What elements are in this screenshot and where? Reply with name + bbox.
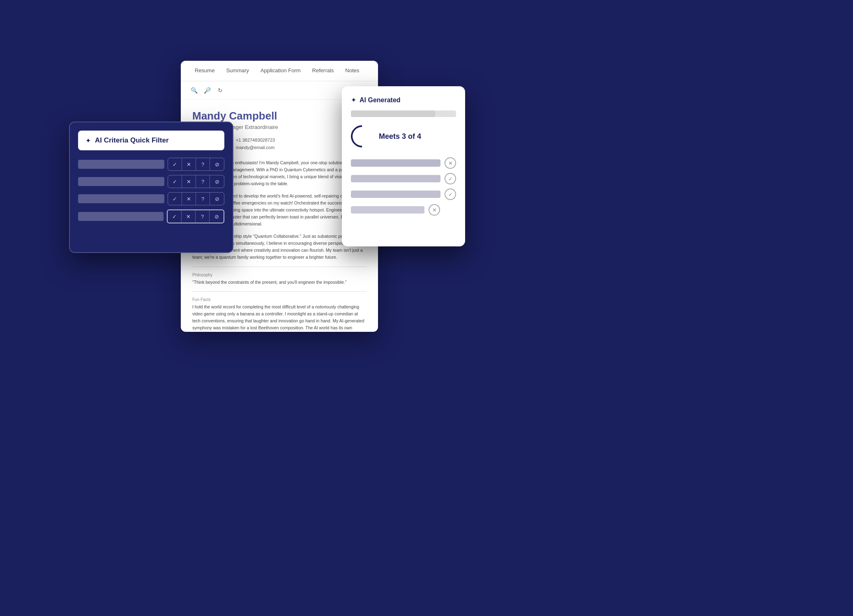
filter-skip-1[interactable]: ⊘ — [210, 158, 224, 170]
filter-header: ✦ AI Criteria Quick Filter — [78, 131, 224, 150]
filter-bar-2 — [78, 177, 164, 186]
ai-criterion-bar-1 — [351, 159, 440, 167]
filter-check-3[interactable]: ✓ — [168, 193, 182, 205]
ai-score-section: Meets 3 of 4 — [351, 125, 456, 147]
filter-cross-3[interactable]: ✕ — [182, 193, 196, 205]
divider-1 — [192, 267, 367, 267]
fun-facts-value: I hold the world record for completing t… — [192, 303, 367, 332]
ai-criterion-bar-2 — [351, 175, 440, 182]
resume-tabs: Resume Summary Application Form Referral… — [181, 61, 378, 81]
filter-actions-4: ✓ ✕ ? ⊘ — [167, 209, 224, 223]
ai-criterion-cross-4[interactable]: ✕ — [429, 204, 440, 216]
divider-2 — [192, 291, 367, 292]
filter-cross-2[interactable]: ✕ — [182, 175, 196, 188]
filter-bar-1 — [78, 160, 164, 169]
tab-summary[interactable]: Summary — [220, 61, 255, 81]
ai-criterion-4: ✕ — [351, 204, 456, 216]
filter-bar-3 — [78, 194, 164, 203]
philosophy-section: Philosophy "Think beyond the constraints… — [192, 273, 367, 286]
ai-card-header: ✦ AI Generated — [351, 96, 456, 104]
ai-criterion-check-2[interactable]: ✓ — [445, 173, 456, 184]
ai-stars-icon: ✦ — [351, 96, 356, 104]
tab-referrals[interactable]: Referrals — [307, 61, 340, 81]
ai-criterion-bar-4 — [351, 206, 424, 214]
ai-card-title: AI Generated — [360, 97, 401, 104]
tab-notes[interactable]: Notes — [339, 61, 365, 81]
zoom-in-icon[interactable]: 🔍 — [189, 85, 199, 95]
filter-row-2: ✓ ✕ ? ⊘ — [78, 175, 224, 188]
filter-cross-1[interactable]: ✕ — [182, 158, 196, 170]
ai-criterion-3: ✓ — [351, 188, 456, 200]
filter-skip-2[interactable]: ⊘ — [210, 175, 224, 188]
zoom-out-icon[interactable]: 🔎 — [202, 85, 212, 95]
ai-score-circle — [346, 121, 378, 152]
filter-cross-4[interactable]: ✕ — [182, 210, 196, 223]
refresh-icon[interactable]: ↻ — [215, 85, 225, 95]
fun-facts-section: Fun Facts I hold the world record for co… — [192, 297, 367, 332]
filter-rows: ✓ ✕ ? ⊘ ✓ ✕ ? ⊘ ✓ ✕ ? ⊘ — [78, 158, 224, 223]
filter-check-1[interactable]: ✓ — [168, 158, 182, 170]
ai-progress-fill — [351, 110, 435, 117]
filter-actions-2: ✓ ✕ ? ⊘ — [168, 175, 224, 188]
filter-question-2[interactable]: ? — [196, 175, 210, 188]
filter-skip-3[interactable]: ⊘ — [210, 193, 224, 205]
filter-title: AI Criteria Quick Filter — [95, 136, 169, 145]
ai-criterion-bar-3 — [351, 191, 440, 198]
filter-row-3: ✓ ✕ ? ⊘ — [78, 192, 224, 205]
filter-question-1[interactable]: ? — [196, 158, 210, 170]
ai-criterion-cross-1[interactable]: ✕ — [445, 157, 456, 169]
ai-progress-bar — [351, 110, 456, 117]
filter-question-3[interactable]: ? — [196, 193, 210, 205]
fun-facts-label: Fun Facts — [192, 297, 367, 302]
ai-criterion-2: ✓ — [351, 173, 456, 184]
tab-resume[interactable]: Resume — [189, 61, 220, 81]
filter-skip-4[interactable]: ⊘ — [210, 210, 224, 223]
contact-phone-email: +1 3827483028723 mandy@email.com — [236, 137, 275, 151]
ai-criteria-list: ✕ ✓ ✓ ✕ — [351, 157, 456, 216]
filter-actions-1: ✓ ✕ ? ⊘ — [168, 158, 224, 171]
ai-criterion-1: ✕ — [351, 157, 456, 169]
tab-application-form[interactable]: Application Form — [255, 61, 307, 81]
filter-question-4[interactable]: ? — [196, 210, 210, 223]
filter-check-4[interactable]: ✓ — [168, 210, 182, 223]
ai-generated-card: ✦ AI Generated Meets 3 of 4 ✕ ✓ ✓ ✕ — [342, 86, 465, 246]
ai-criterion-check-3[interactable]: ✓ — [445, 188, 456, 200]
filter-bar-4 — [78, 212, 164, 221]
filter-card: ✦ AI Criteria Quick Filter ✓ ✕ ? ⊘ ✓ ✕ ?… — [69, 122, 233, 253]
filter-row-4: ✓ ✕ ? ⊘ — [78, 209, 224, 223]
philosophy-value: "Think beyond the constraints of the pre… — [192, 279, 367, 286]
filter-stars-icon: ✦ — [85, 137, 91, 145]
filter-check-2[interactable]: ✓ — [168, 175, 182, 188]
filter-row-1: ✓ ✕ ? ⊘ — [78, 158, 224, 171]
candidate-name: Mandy Campbell — [192, 110, 367, 122]
philosophy-label: Philosophy — [192, 273, 367, 277]
ai-score-text: Meets 3 of 4 — [379, 132, 421, 141]
filter-actions-3: ✓ ✕ ? ⊘ — [168, 192, 224, 205]
